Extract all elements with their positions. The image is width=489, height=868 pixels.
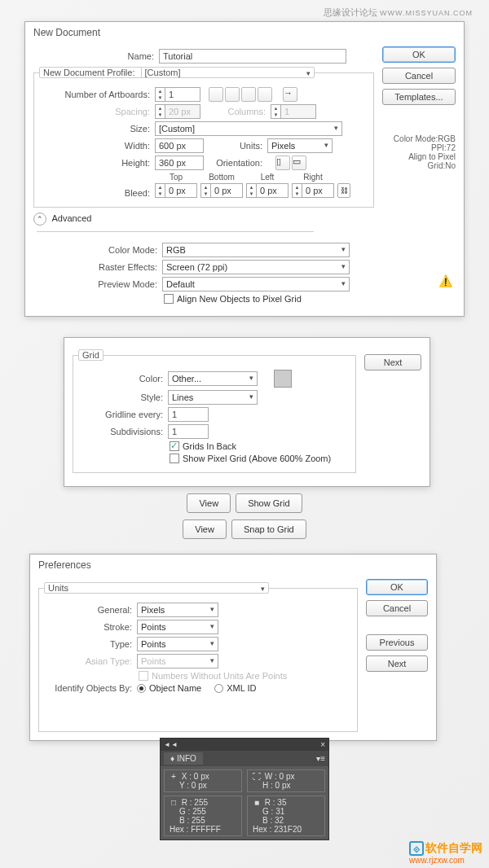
color-mode-select[interactable]: RGB (162, 243, 350, 257)
new-doc-profile-fieldset: New Document Profile: [Custom] ▾ Number … (33, 67, 374, 208)
ok-button[interactable]: OK (382, 46, 456, 63)
menu-show-grid[interactable]: Show Grid (236, 493, 302, 513)
dim-icon: ⛶ (251, 772, 262, 781)
prefs-previous-button[interactable]: Previous (366, 634, 428, 651)
artboards-label: Number of Artboards: (34, 90, 155, 99)
size-label: Size: (34, 124, 155, 134)
orientation-label: Orientation: (204, 158, 267, 168)
columns-spinner: ▲▼ (271, 104, 316, 119)
portrait-icon[interactable]: ▯ (275, 156, 290, 170)
units-fieldset: Units ▾ General: Pixels Stroke: Points T… (38, 582, 358, 732)
info-tab[interactable]: ♦ INFO (164, 752, 203, 765)
stroke-icon: ■ (251, 798, 262, 807)
link-bleed-icon[interactable]: ⛓ (337, 183, 350, 198)
subdiv-label: Subdivisions: (73, 427, 168, 436)
menu-view-2[interactable]: View (183, 519, 227, 539)
advanced-toggle[interactable]: ⌃ (33, 213, 46, 226)
cancel-button[interactable]: Cancel (382, 68, 456, 84)
landscape-icon[interactable]: ▭ (292, 156, 306, 170)
panel-close-icon[interactable]: × (320, 740, 325, 749)
profile-legend: New Document Profile: [Custom] ▾ (39, 67, 315, 78)
direction-icon[interactable]: → (283, 87, 297, 102)
xml-id-label: XML ID (227, 683, 256, 693)
gridline-label: Gridline every: (73, 410, 168, 419)
menu-snap-grid[interactable]: Snap to Grid (231, 519, 306, 539)
dialog-title: New Document (25, 22, 464, 43)
grids-in-back-label: Grids In Back (183, 441, 236, 451)
raster-select[interactable]: Screen (72 ppi) (162, 260, 350, 274)
arrange-icon-2[interactable] (225, 87, 240, 102)
show-pixel-checkbox[interactable] (170, 454, 179, 463)
grid-fieldset: Grid Color: Other... Style: Lines Gridli… (73, 349, 356, 473)
arrange-icon-4[interactable] (258, 87, 272, 102)
prefs-ok-button[interactable]: OK (366, 579, 428, 595)
bleed-bottom[interactable]: ▲▼ (200, 183, 243, 198)
width-input[interactable] (155, 138, 204, 153)
plus-icon: + (168, 772, 179, 781)
align-new-checkbox[interactable] (164, 294, 174, 304)
grid-style-label: Style: (73, 392, 168, 402)
artboards-spinner[interactable]: ▲▼ (155, 87, 200, 102)
panel-collapse-icon[interactable]: ◄◄ (164, 741, 178, 748)
prefs-next-button[interactable]: Next (366, 655, 428, 672)
arrange-icon-1[interactable] (209, 87, 223, 102)
warning-icon: ⚠️ (438, 274, 452, 287)
name-label: Name: (33, 51, 159, 61)
show-pixel-label: Show Pixel Grid (Above 600% Zoom) (183, 454, 331, 463)
general-select[interactable]: Pixels (137, 603, 218, 617)
grid-color-select[interactable]: Other... (168, 371, 258, 386)
spacing-label: Spacing: (34, 107, 155, 116)
xml-id-radio[interactable] (214, 684, 223, 693)
info-panel: ◄◄ × ♦ INFO ▾≡ + X : 0 px Y : 0 px ⛶ W :… (160, 738, 329, 840)
raster-label: Raster Effects: (33, 262, 162, 272)
fill-icon: □ (168, 798, 179, 807)
bleed-label: Bleed: (34, 188, 155, 198)
spacing-spinner: ▲▼ (155, 104, 200, 119)
grids-in-back-checkbox[interactable] (170, 441, 179, 451)
grid-prefs-dialog: Grid Color: Other... Style: Lines Gridli… (64, 337, 430, 487)
asian-select: Points (137, 654, 218, 669)
units-section: Units (48, 583, 68, 593)
size-select[interactable]: [Custom] (155, 121, 342, 136)
width-label: Width: (34, 141, 155, 151)
color-mode-label: Color Mode: (33, 245, 162, 255)
stroke-label: Stroke: (39, 622, 137, 632)
identify-label: Identify Objects By: (39, 683, 137, 693)
type-label: Type: (39, 639, 137, 649)
asian-label: Asian Type: (39, 656, 137, 666)
templates-button[interactable]: Templates... (382, 89, 456, 105)
prefs-title: Preferences (30, 555, 436, 576)
name-input[interactable] (159, 49, 346, 64)
numbers-without-checkbox (139, 671, 148, 681)
height-input[interactable] (155, 156, 204, 170)
object-name-radio[interactable] (137, 684, 146, 693)
grid-legend: Grid (78, 349, 104, 361)
columns-label: Columns: (200, 107, 271, 116)
grid-next-button[interactable]: Next (364, 354, 421, 370)
prefs-cancel-button[interactable]: Cancel (366, 600, 428, 616)
watermark-top: 思缘设计论坛 WWW.MISSYUAN.COM (324, 7, 473, 19)
type-select[interactable]: Points (137, 637, 218, 651)
object-name-label: Object Name (149, 683, 201, 693)
gridline-input[interactable] (168, 407, 209, 422)
bleed-right[interactable]: ▲▼ (292, 183, 334, 198)
watermark-bottom: ⟐软件自学网 www.rjzxw.com (409, 841, 482, 865)
subdiv-input[interactable] (168, 424, 209, 439)
bleed-left[interactable]: ▲▼ (246, 183, 289, 198)
info-summary: Color Mode:RGB PPI:72 Align to Pixel Gri… (382, 134, 456, 170)
arrange-icon-3[interactable] (241, 87, 256, 102)
grid-color-swatch[interactable] (274, 370, 292, 388)
bleed-top[interactable]: ▲▼ (155, 183, 197, 198)
panel-menu-icon[interactable]: ▾≡ (316, 754, 325, 763)
units-label: Units: (204, 141, 267, 151)
units-select[interactable]: Pixels (267, 138, 333, 153)
grid-color-label: Color: (73, 374, 168, 384)
numbers-without-label: Numbers Without Units Are Points (152, 671, 287, 681)
preferences-dialog: Preferences Units ▾ General: Pixels Stro… (29, 554, 437, 741)
general-label: General: (39, 605, 137, 615)
stroke-select[interactable]: Points (137, 620, 218, 634)
preview-select[interactable]: Default (162, 277, 350, 292)
advanced-label: Advanced (51, 213, 91, 223)
grid-style-select[interactable]: Lines (168, 390, 258, 405)
menu-view-1[interactable]: View (187, 493, 231, 513)
